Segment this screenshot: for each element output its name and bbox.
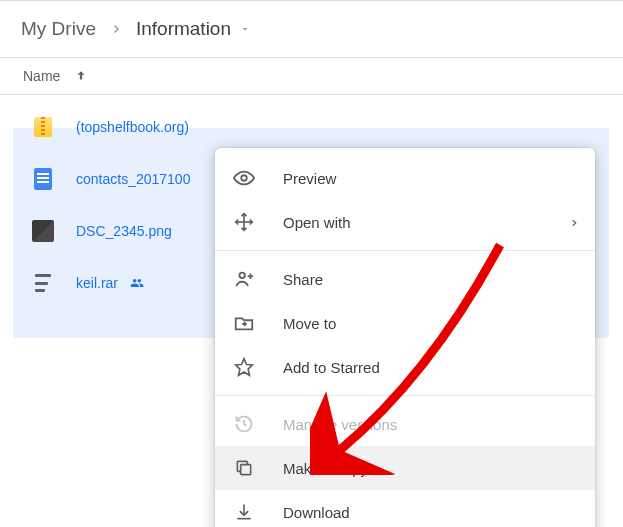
menu-label: Share <box>283 271 323 288</box>
doc-file-icon <box>32 168 54 190</box>
breadcrumb-current-label: Information <box>136 18 231 40</box>
menu-label: Download <box>283 504 350 521</box>
file-name: DSC_2345.png <box>76 223 172 239</box>
menu-item-download[interactable]: Download <box>215 490 595 527</box>
menu-item-preview[interactable]: Preview <box>215 156 595 200</box>
person-add-icon <box>233 268 255 290</box>
svg-marker-4 <box>236 359 253 376</box>
image-file-icon <box>32 220 54 242</box>
file-name: (topshelfbook.org) <box>76 119 189 135</box>
menu-divider <box>215 250 595 251</box>
column-header-label: Name <box>23 68 60 84</box>
menu-item-add-starred[interactable]: Add to Starred <box>215 345 595 389</box>
menu-label: Manage versions <box>283 416 397 433</box>
toolbar: My Drive Information <box>0 0 623 58</box>
caret-down-icon <box>239 18 251 40</box>
chevron-right-icon <box>110 18 122 40</box>
svg-point-1 <box>239 273 245 279</box>
menu-label: Move to <box>283 315 336 332</box>
menu-item-move-to[interactable]: Move to <box>215 301 595 345</box>
chevron-right-icon <box>569 214 579 231</box>
arrow-up-icon <box>74 69 88 83</box>
menu-divider <box>215 395 595 396</box>
breadcrumb: My Drive Information <box>5 1 623 57</box>
rar-file-icon <box>32 272 54 294</box>
zip-file-icon <box>32 116 54 138</box>
shared-icon <box>128 276 146 290</box>
menu-label: Make a copy <box>283 460 368 477</box>
download-icon <box>233 502 255 522</box>
menu-label: Preview <box>283 170 336 187</box>
folder-move-icon <box>233 312 255 334</box>
move-arrows-icon <box>233 212 255 232</box>
breadcrumb-current[interactable]: Information <box>136 18 251 40</box>
menu-item-share[interactable]: Share <box>215 257 595 301</box>
breadcrumb-root[interactable]: My Drive <box>21 18 96 40</box>
column-header-name[interactable]: Name <box>0 58 623 95</box>
menu-item-manage-versions: Manage versions <box>215 402 595 446</box>
menu-label: Open with <box>283 214 351 231</box>
svg-rect-5 <box>241 465 251 475</box>
star-icon <box>233 357 255 377</box>
menu-item-make-copy[interactable]: Make a copy <box>215 446 595 490</box>
file-name: contacts_2017100 <box>76 171 190 187</box>
svg-point-0 <box>241 175 247 181</box>
context-menu: Preview Open with Share Move to Add to S… <box>215 148 595 527</box>
menu-item-open-with[interactable]: Open with <box>215 200 595 244</box>
copy-icon <box>233 458 255 478</box>
file-name: keil.rar <box>76 275 118 291</box>
file-row[interactable]: (topshelfbook.org) <box>0 101 623 153</box>
history-icon <box>233 414 255 434</box>
eye-icon <box>233 167 255 189</box>
menu-label: Add to Starred <box>283 359 380 376</box>
